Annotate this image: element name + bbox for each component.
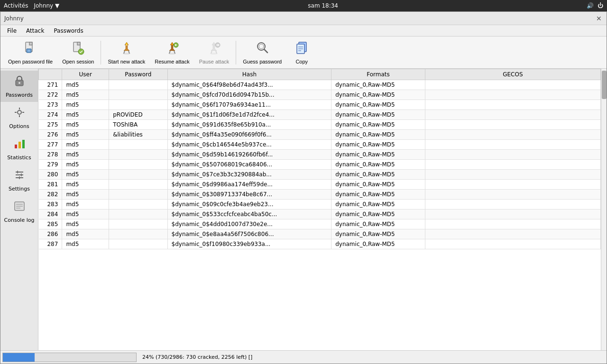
table-row[interactable]: 282 md5 $dynamic_0$3089713374be8c67... d… bbox=[39, 190, 601, 200]
cell-gecos bbox=[425, 110, 600, 120]
settings-icon bbox=[13, 168, 26, 184]
open-session-label: Open session bbox=[62, 59, 94, 64]
progress-bar-container bbox=[2, 353, 137, 362]
menu-bar: File Attack Passwords bbox=[0, 25, 607, 36]
cell-format: dynamic_0,Raw-MD5 bbox=[331, 90, 425, 100]
table-row[interactable]: 284 md5 $dynamic_0$533ccfcfceabc4ba50c..… bbox=[39, 209, 601, 219]
cell-gecos bbox=[425, 80, 600, 90]
resume-attack-label: Resume attack bbox=[155, 59, 189, 64]
close-button[interactable]: ✕ bbox=[595, 15, 603, 22]
start-new-attack-button[interactable]: Start new attack bbox=[104, 38, 149, 67]
guess-password-icon bbox=[255, 40, 270, 58]
cell-password bbox=[109, 170, 167, 180]
volume-icon[interactable]: 🔊 bbox=[587, 2, 594, 9]
cell-user: md5 bbox=[62, 120, 109, 130]
main-window: Johnny ✕ File Attack Passwords Open pass… bbox=[0, 11, 607, 364]
table-row[interactable]: 280 md5 $dynamic_0$7ce3b3c3290884ab... d… bbox=[39, 170, 601, 180]
cell-password bbox=[109, 219, 167, 229]
cell-num: 285 bbox=[39, 219, 62, 229]
start-attack-icon bbox=[119, 40, 134, 58]
sidebar-item-options[interactable]: Options bbox=[0, 102, 38, 133]
copy-button[interactable]: Copy bbox=[287, 38, 316, 67]
console-log-icon bbox=[13, 200, 26, 216]
open-session-button[interactable]: Open session bbox=[58, 38, 98, 67]
sidebar-item-passwords[interactable]: Passwords bbox=[0, 71, 38, 102]
menu-attack[interactable]: Attack bbox=[21, 27, 49, 35]
resume-attack-icon bbox=[165, 40, 180, 58]
table-row[interactable]: 273 md5 $dynamic_0$6f17079a6934ae11... d… bbox=[39, 100, 601, 110]
cell-user: md5 bbox=[62, 209, 109, 219]
passwords-sidebar-label: Passwords bbox=[6, 92, 33, 98]
cell-gecos bbox=[425, 130, 600, 140]
sidebar-item-statistics[interactable]: Statistics bbox=[0, 133, 38, 164]
table-row[interactable]: 275 md5 TOShIBA $dynamic_0$91d635f8e65b9… bbox=[39, 120, 601, 130]
cell-password bbox=[109, 200, 167, 209]
col-header-hash[interactable]: Hash bbox=[167, 69, 331, 80]
cell-format: dynamic_0,Raw-MD5 bbox=[331, 200, 425, 209]
system-time: sam 18:34 bbox=[308, 2, 338, 9]
cell-user: md5 bbox=[62, 140, 109, 150]
pause-attack-button[interactable]: Pause attack bbox=[195, 38, 233, 67]
cell-num: 281 bbox=[39, 180, 62, 190]
open-password-file-icon bbox=[23, 40, 38, 58]
sidebar-item-settings[interactable]: Settings bbox=[0, 164, 38, 196]
cell-hash: $dynamic_0$64f98eb6d74ad43f3... bbox=[167, 80, 331, 90]
cell-num: 278 bbox=[39, 150, 62, 160]
cell-user: md5 bbox=[62, 90, 109, 100]
cell-format: dynamic_0,Raw-MD5 bbox=[331, 180, 425, 190]
svg-line-23 bbox=[264, 49, 267, 53]
scrollbar-thumb[interactable] bbox=[602, 71, 607, 99]
cell-gecos bbox=[425, 209, 600, 219]
activities-label[interactable]: Activités bbox=[4, 2, 28, 9]
table-row[interactable]: 281 md5 $dynamic_0$d9986aa174eff59de... … bbox=[39, 180, 601, 190]
cell-hash: $dynamic_0$533ccfcfceabc4ba50c... bbox=[167, 209, 331, 219]
toolbar-separator-2 bbox=[236, 41, 236, 64]
cell-user: md5 bbox=[62, 80, 109, 90]
guess-password-button[interactable]: Guess password bbox=[239, 38, 285, 67]
cell-gecos bbox=[425, 190, 600, 200]
table-row[interactable]: 285 md5 $dynamic_0$4dd0d1007d730e2e... d… bbox=[39, 219, 601, 229]
scrollbar[interactable] bbox=[601, 69, 607, 350]
table-row[interactable]: 271 md5 $dynamic_0$64f98eb6d74ad43f3... … bbox=[39, 80, 601, 90]
cell-password bbox=[109, 150, 167, 160]
cell-gecos bbox=[425, 180, 600, 190]
col-header-password[interactable]: Password bbox=[109, 69, 167, 80]
table-row[interactable]: 279 md5 $dynamic_0$507068019ca68406... d… bbox=[39, 160, 601, 170]
copy-icon bbox=[294, 40, 309, 58]
cell-num: 277 bbox=[39, 140, 62, 150]
cell-password bbox=[109, 80, 167, 90]
cell-hash: $dynamic_0$1f1d06f3e1d7d2fce4... bbox=[167, 110, 331, 120]
table-row[interactable]: 277 md5 $dynamic_0$cb146544e5b937ce... d… bbox=[39, 140, 601, 150]
copy-label: Copy bbox=[295, 59, 308, 64]
guess-password-label: Guess password bbox=[243, 59, 282, 64]
power-icon[interactable]: ⏻ bbox=[598, 2, 603, 9]
table-row[interactable]: 286 md5 $dynamic_0$e8aa4a56f7506c806... … bbox=[39, 229, 601, 239]
table-row[interactable]: 272 md5 $dynamic_0$fcd70d16d0947b15b... … bbox=[39, 90, 601, 100]
sidebar: Passwords Options bbox=[0, 69, 38, 350]
table-row[interactable]: 287 md5 $dynamic_0$f10980c339eb933a... d… bbox=[39, 239, 601, 249]
system-bar: Activités Johnny ▼ sam 18:34 🔊 ⏻ bbox=[0, 0, 607, 11]
table-row[interactable]: 283 md5 $dynamic_0$09c0cfe3b4ae9eb23... … bbox=[39, 200, 601, 209]
password-table: User Password Hash Formats GECOS 271 md5… bbox=[38, 69, 601, 249]
cell-user: md5 bbox=[62, 150, 109, 160]
cell-num: 286 bbox=[39, 229, 62, 239]
menu-file[interactable]: File bbox=[2, 27, 21, 35]
cell-gecos bbox=[425, 150, 600, 160]
cell-hash: $dynamic_0$f10980c339eb933a... bbox=[167, 239, 331, 249]
col-header-user[interactable]: User bbox=[62, 69, 109, 80]
cell-num: 274 bbox=[39, 110, 62, 120]
table-row[interactable]: 274 md5 pROViDED $dynamic_0$1f1d06f3e1d7… bbox=[39, 110, 601, 120]
progress-bar-fill bbox=[3, 353, 35, 362]
sidebar-item-console-log[interactable]: Console log bbox=[0, 196, 38, 227]
cell-user: md5 bbox=[62, 160, 109, 170]
open-password-file-button[interactable]: Open password file bbox=[4, 38, 56, 67]
col-header-gecos[interactable]: GECOS bbox=[425, 69, 600, 80]
cell-format: dynamic_0,Raw-MD5 bbox=[331, 80, 425, 90]
table-row[interactable]: 276 md5 &liabilities $dynamic_0$ff4a35e0… bbox=[39, 130, 601, 140]
menu-passwords[interactable]: Passwords bbox=[49, 27, 88, 35]
resume-attack-button[interactable]: Resume attack bbox=[151, 38, 193, 67]
table-container[interactable]: User Password Hash Formats GECOS 271 md5… bbox=[38, 69, 601, 350]
cell-format: dynamic_0,Raw-MD5 bbox=[331, 100, 425, 110]
col-header-formats[interactable]: Formats bbox=[331, 69, 425, 80]
table-row[interactable]: 278 md5 $dynamic_0$d59b146192660fb6f... … bbox=[39, 150, 601, 160]
